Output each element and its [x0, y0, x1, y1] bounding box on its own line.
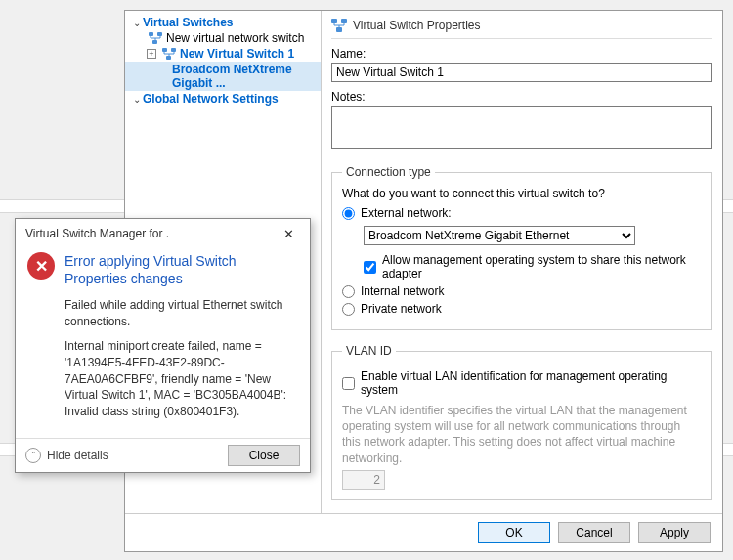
connection-question: What do you want to connect this virtual…	[342, 187, 702, 200]
tree-label: Global Network Settings	[143, 92, 279, 106]
notes-textarea[interactable]	[331, 106, 712, 149]
properties-pane: Virtual Switch Properties Name: Notes: C…	[322, 11, 722, 513]
radio-internal[interactable]	[342, 285, 355, 298]
radio-external[interactable]	[342, 207, 355, 220]
tree-header-global[interactable]: ⌄ Global Network Settings	[125, 91, 321, 107]
dialog-footer: OK Cancel Apply	[125, 513, 722, 551]
svg-rect-0	[149, 32, 153, 36]
notes-label: Notes:	[331, 90, 712, 104]
error-message-2: Internal miniport create failed, name = …	[65, 338, 298, 420]
ok-button[interactable]: OK	[478, 522, 550, 543]
svg-rect-4	[171, 48, 176, 52]
svg-rect-7	[341, 19, 347, 23]
network-icon	[149, 32, 162, 44]
chevron-down-icon: ⌄	[131, 94, 143, 105]
connection-type-legend: Connection type	[342, 165, 435, 179]
checkbox-allow-mgmt-label: Allow management operating system to sha…	[382, 253, 702, 280]
checkbox-vlan-enable-label: Enable virtual LAN identification for ma…	[361, 369, 702, 397]
cancel-button[interactable]: Cancel	[558, 522, 630, 543]
error-icon: ✕	[27, 252, 55, 280]
svg-rect-3	[162, 48, 167, 52]
network-icon	[162, 48, 176, 60]
tree-item-switch1-adapter[interactable]: Broadcom NetXtreme Gigabit ...	[125, 62, 321, 91]
chevron-down-icon: ⌄	[131, 18, 143, 28]
vlan-id-input	[342, 470, 385, 490]
checkbox-vlan-enable[interactable]	[342, 377, 355, 390]
tree-item-new-switch[interactable]: New virtual network switch	[125, 30, 321, 46]
panel-title: Virtual Switch Properties	[353, 19, 481, 32]
vlan-hint: The VLAN identifier specifies the virtua…	[342, 403, 702, 466]
tree-label: New Virtual Switch 1	[180, 47, 294, 61]
adapter-select[interactable]: Broadcom NetXtreme Gigabit Ethernet	[364, 226, 635, 245]
close-icon[interactable]: ✕	[275, 225, 302, 242]
apply-button[interactable]: Apply	[638, 522, 711, 543]
radio-external-label: External network:	[361, 206, 452, 220]
radio-private[interactable]	[342, 303, 355, 316]
tree-label: New virtual network switch	[166, 31, 304, 45]
name-input[interactable]	[331, 63, 712, 82]
close-button[interactable]: Close	[228, 445, 300, 466]
svg-rect-6	[331, 19, 337, 23]
expand-icon[interactable]: +	[147, 49, 156, 59]
hide-details-label: Hide details	[47, 449, 108, 462]
tree-label: Virtual Switches	[143, 16, 233, 29]
svg-rect-1	[157, 32, 162, 36]
dialog-title: Virtual Switch Manager for .	[25, 227, 169, 240]
radio-private-label: Private network	[361, 302, 442, 316]
hide-details-toggle[interactable]: ˄ Hide details	[25, 448, 108, 463]
svg-rect-5	[166, 56, 171, 60]
connection-type-group: Connection type What do you want to conn…	[331, 165, 712, 330]
panel-header: Virtual Switch Properties	[331, 17, 712, 39]
name-label: Name:	[331, 47, 712, 61]
radio-internal-label: Internal network	[361, 284, 444, 298]
checkbox-allow-mgmt[interactable]	[364, 261, 376, 274]
error-dialog: Virtual Switch Manager for . ✕ ✕ Error a…	[15, 218, 311, 473]
vlan-legend: VLAN ID	[342, 344, 396, 358]
tree-item-switch1[interactable]: + New Virtual Switch 1	[125, 46, 321, 62]
network-icon	[331, 19, 347, 32]
error-message-1: Failed while adding virtual Ethernet swi…	[65, 297, 298, 330]
tree-header-virtual-switches[interactable]: ⌄ Virtual Switches	[125, 15, 321, 30]
tree-label: Broadcom NetXtreme Gigabit ...	[172, 63, 321, 90]
svg-rect-2	[152, 40, 157, 44]
svg-rect-8	[336, 27, 342, 32]
error-heading: Error applying Virtual Switch Properties…	[65, 252, 298, 287]
chevron-up-icon: ˄	[25, 448, 41, 463]
vlan-group: VLAN ID Enable virtual LAN identificatio…	[331, 344, 712, 500]
